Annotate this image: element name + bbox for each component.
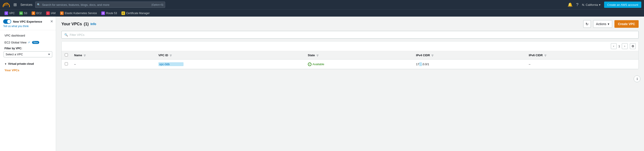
name-sort-icon[interactable]: ▽ (84, 54, 86, 57)
route53-tab-label: Route 53 (106, 12, 117, 15)
info-circle-button[interactable]: ℹ (634, 76, 640, 82)
vpc-table-wrapper: ‹ 1 › ⚙ Name ▽ (62, 41, 638, 69)
select-all-checkbox[interactable] (65, 53, 68, 56)
close-banner-button[interactable]: ✕ (50, 19, 53, 24)
vpc-dashboard-label: VPC dashboard (4, 34, 25, 37)
ipv4-sort-icon[interactable]: ▽ (432, 54, 433, 57)
search-input[interactable] (35, 2, 165, 8)
vpc-tab-icon: V (4, 12, 8, 15)
pagination: ‹ 1 › (611, 43, 628, 49)
table-controls: ‹ 1 › ⚙ (62, 42, 638, 51)
row-name: – (74, 62, 76, 66)
table-settings-button[interactable]: ⚙ (630, 43, 636, 49)
cert-tab-label: Certificate Manager (126, 12, 150, 15)
page-number: 1 (618, 44, 621, 48)
toggle-row: New VPC Experience ✕ (3, 19, 53, 24)
svg-text:aws: aws (4, 4, 8, 6)
region-chevron: ▾ (599, 3, 600, 6)
vpc-count: (1) (84, 22, 89, 26)
content-title-wrapper: Your VPCs (1) Info (62, 22, 96, 26)
aws-logo[interactable]: aws (3, 2, 10, 7)
cert-tab-icon: C (122, 12, 125, 15)
available-state-icon: ✓ (308, 62, 312, 66)
row-vpc-id-cell: vpc-0db[redacted] (155, 60, 304, 69)
tab-ec2[interactable]: E EC2 (30, 10, 43, 16)
vpc-id-link[interactable]: vpc-0db[redacted] (158, 62, 184, 66)
vpc-tab-label: VPC (9, 12, 15, 15)
filter-bar: 🔍 (62, 31, 638, 38)
tab-route53[interactable]: R Route 53 (100, 10, 119, 16)
iam-tab-label: IAM (51, 12, 56, 15)
nav-right: 🔔 ? N. California ▾ Create an AWS accoun… (568, 2, 641, 8)
vpc-id-sort-icon[interactable]: ▽ (170, 54, 172, 57)
row-checkbox[interactable] (65, 62, 68, 66)
ec2-global-view-label: EC2 Global View (4, 41, 26, 44)
header-actions: ↻ Actions ▾ Create VPC (583, 20, 638, 28)
search-bar: 🔍 [Option+S] (35, 2, 165, 8)
ipv4-highlighted (419, 62, 422, 66)
row-state-cell: ✓ Available (305, 60, 413, 69)
state-available: ✓ Available (308, 62, 410, 66)
table-header-row: Name ▽ VPC ID ▽ State ▽ IPv4 CIDR (62, 51, 638, 60)
ipv6-sort-icon[interactable]: ▽ (544, 54, 546, 57)
info-link[interactable]: Info (90, 22, 96, 26)
row-name-cell: – (71, 60, 155, 69)
ec2-tab-label: EC2 (36, 12, 42, 15)
sidebar-item-vpc-dashboard[interactable]: VPC dashboard (0, 32, 56, 39)
state-sort-icon[interactable]: ▽ (316, 54, 318, 57)
top-nav: aws ⊞ Services 🔍 [Option+S] 🔔 ? N. Calif… (0, 0, 644, 10)
create-vpc-button[interactable]: Create VPC (614, 20, 638, 28)
actions-label: Actions (596, 22, 606, 26)
column-vpc-id: VPC ID ▽ (155, 51, 304, 60)
your-vpcs-label: Your VPCs (4, 68, 19, 72)
column-ipv4-cidr: IPv4 CIDR ▽ (413, 51, 526, 60)
tab-vpc[interactable]: V VPC (3, 10, 16, 16)
grid-icon[interactable]: ⊞ (12, 1, 18, 8)
create-account-button[interactable]: Create an AWS account (604, 2, 641, 8)
state-label: Available (312, 62, 324, 66)
content-header: Your VPCs (1) Info ↻ Actions ▾ Create VP… (62, 20, 638, 28)
sidebar-item-your-vpcs[interactable]: Your VPCs (0, 67, 56, 74)
notifications-icon[interactable]: 🔔 (568, 2, 572, 7)
filter-vpcs-input[interactable] (70, 33, 636, 36)
prev-page-button[interactable]: ‹ (611, 43, 617, 49)
actions-chevron-icon: ▾ (608, 22, 609, 26)
settings-icon: ⚙ (632, 44, 634, 48)
services-nav-label[interactable]: Services (20, 3, 32, 6)
vpc-filter-select[interactable]: Select a VPC (4, 51, 52, 57)
toggle-label: New VPC Experience (13, 20, 42, 23)
section-header-label: Virtual private cloud (8, 62, 34, 66)
sidebar-item-ec2-global-view[interactable]: EC2 Global View ↗ New (0, 39, 56, 46)
vpc-select-wrapper: Select a VPC (0, 51, 56, 60)
eks-tab-label: Elastic Kubernetes Service (65, 12, 97, 15)
next-page-button[interactable]: › (622, 43, 628, 49)
tab-s3[interactable]: S3 S3 (18, 10, 29, 16)
ipv6-value: – (529, 62, 530, 66)
main-content: Your VPCs (1) Info ↻ Actions ▾ Create VP… (56, 16, 644, 151)
eks-tab-icon: E (60, 12, 64, 15)
region-label: N. California (582, 3, 598, 6)
filter-vpc-label: Filter by VPC: (0, 46, 56, 51)
main-layout: New VPC Experience ✕ Tell us what you th… (0, 16, 644, 151)
tab-eks[interactable]: E Elastic Kubernetes Service (58, 10, 98, 16)
row-checkbox-cell (62, 60, 71, 69)
tab-cert-manager[interactable]: C Certificate Manager (120, 10, 152, 16)
vpcs-table: Name ▽ VPC ID ▽ State ▽ IPv4 CIDR (62, 51, 638, 69)
toggle-sub-link[interactable]: Tell us what you think (3, 25, 53, 28)
sidebar-section-virtual-private-cloud[interactable]: ▼ Virtual private cloud (0, 60, 56, 67)
help-icon[interactable]: ? (576, 2, 578, 7)
actions-button[interactable]: Actions ▾ (593, 20, 612, 28)
route53-tab-icon: R (101, 12, 105, 15)
table-row: – vpc-0db[redacted] ✓ Available (62, 60, 638, 69)
service-tabs-bar: V VPC S3 S3 E EC2 I IAM E Elastic Kubern… (0, 10, 644, 16)
tab-iam[interactable]: I IAM (44, 10, 57, 16)
column-ipv6-cidr: IPv6 CIDR ▽ (526, 51, 638, 60)
refresh-button[interactable]: ↻ (583, 20, 591, 28)
section-chevron: ▼ (4, 63, 7, 65)
ec2-tab-icon: E (32, 12, 35, 15)
region-selector[interactable]: N. California ▾ (582, 3, 600, 6)
row-ipv4-cell: 17 .0.0/1 (413, 60, 526, 69)
ipv4-suffix: .0.0/1 (422, 62, 429, 66)
sidebar-nav: VPC dashboard EC2 Global View ↗ New Filt… (0, 30, 56, 76)
new-vpc-experience-toggle[interactable] (3, 19, 11, 24)
